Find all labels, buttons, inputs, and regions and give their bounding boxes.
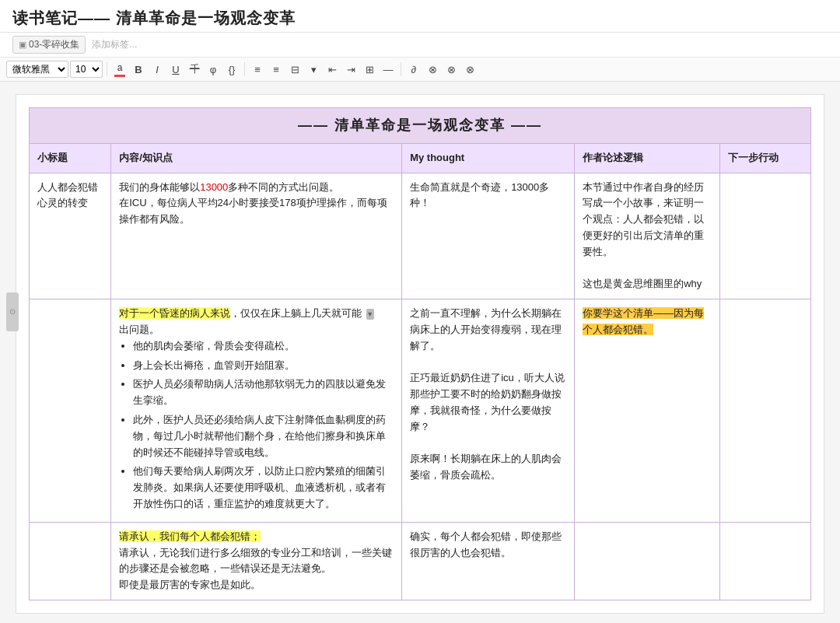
thought-text-2: 之前一直不理解，为什么长期躺在病床上的人开始变得瘦弱，现在理解了。正巧最近奶奶住… [410, 307, 565, 481]
size-select[interactable]: 10 [70, 61, 103, 78]
logic-text-1: 本节通过中作者自身的经历写成一个小故事，来证明一个观点：人人都会犯错，以便更好的… [583, 181, 704, 290]
table-title-cell: —— 清单革命是一场观念变革 —— [30, 108, 811, 144]
header-logic: 作者论述逻辑 [575, 143, 720, 173]
cell-content-3[interactable]: 请承认，我们每个人都会犯错； 请承认，无论我们进行多么细致的专业分工和培训，一些… [111, 522, 402, 600]
table-title-row: —— 清单革命是一场观念变革 —— [30, 108, 811, 144]
thought-text-1: 生命简直就是个奇迹，13000多种！ [410, 181, 549, 209]
toolbar: 微软雅黑 10 a B I U 千 φ {} ≡ ≡ ⊟ ▾ ⇤ ⇥ ⊞ — ∂… [0, 58, 840, 82]
image-button[interactable]: ⊗ [424, 61, 441, 78]
underline-button[interactable]: U [167, 61, 184, 78]
bullet-item: 他们每天要给病人刷两次牙，以防止口腔内繁殖的细菌引发肺炎。如果病人还要使用呼吸机… [133, 464, 394, 512]
toolbar-sep-2 [244, 62, 245, 76]
highlight-button[interactable]: φ [205, 61, 222, 78]
page-title: 读书笔记—— 清单革命是一场观念变革 [12, 8, 828, 29]
cell-action-2[interactable] [720, 299, 811, 523]
bold-button[interactable]: B [130, 61, 147, 78]
align-button[interactable]: ⊟ [286, 61, 303, 78]
font-select[interactable]: 微软雅黑 [6, 61, 68, 78]
cell-thought-2[interactable]: 之前一直不理解，为什么长期躺在病床上的人开始变得瘦弱，现在理解了。正巧最近奶奶住… [402, 299, 575, 523]
content-underline-3: 请承认，我们每个人都会犯错； [119, 530, 261, 542]
header-action: 下一步行动 [720, 143, 811, 173]
editor-panel: —— 清单革命是一场观念变革 —— 小标题 内容/知识点 My thought … [16, 94, 824, 614]
content-underline-2: 对于一个昏迷的病人来说 [119, 307, 230, 319]
bullet-item: 他的肌肉会萎缩，骨质会变得疏松。 [133, 338, 394, 355]
toolbar-sep-3 [401, 62, 401, 76]
list-ol-button[interactable]: ≡ [268, 61, 285, 78]
more-button[interactable]: ⊗ [443, 61, 460, 78]
title-bar: 读书笔记—— 清单革命是一场观念变革 [0, 0, 840, 33]
minus-button[interactable]: — [380, 61, 397, 78]
cell-logic-2: 你要学这个清单——因为每个人都会犯错。 [575, 299, 720, 523]
cell-action-1[interactable] [720, 173, 811, 299]
cell-content-2[interactable]: 对于一个昏迷的病人来说，仅仅在床上躺上几天就可能 ▼ 出问题。 他的肌肉会萎缩，… [111, 299, 402, 523]
scroll-arrow[interactable]: ▼ [366, 309, 374, 320]
cell-action-3[interactable] [720, 522, 811, 600]
header-thought: My thought [402, 143, 575, 173]
header-content: 内容/知识点 [111, 143, 402, 173]
toolbar-sep-1 [107, 62, 107, 76]
content-text-3: 请承认，无论我们进行多么细致的专业分工和培训，一些关键的步骤还是会被忽略，一些错… [119, 547, 392, 591]
header-subtitle: 小标题 [30, 143, 111, 173]
table-row: 请承认，我们每个人都会犯错； 请承认，无论我们进行多么细致的专业分工和培训，一些… [30, 522, 811, 600]
content-area: ⊙ —— 清单革命是一场观念变革 —— 小标题 内容/知识点 My though… [0, 82, 840, 623]
table-header-row: 小标题 内容/知识点 My thought 作者论述逻辑 下一步行动 [30, 143, 811, 173]
bullet-item: 此外，医护人员还必须给病人皮下注射降低血黏稠度的药物，每过几小时就帮他们翻个身，… [133, 412, 394, 460]
app-container: 读书笔记—— 清单革命是一场观念变革 ▣ 03-零碎收集 添加标签... 微软雅… [0, 0, 840, 623]
font-color-button[interactable]: a [111, 61, 128, 78]
cell-subtitle-1: 人人都会犯错心灵的转变 [30, 173, 111, 299]
logic-highlight-2: 你要学这个清单——因为每个人都会犯错。 [583, 307, 704, 335]
cell-subtitle-3 [30, 522, 111, 600]
content-text-1a: 我们的身体能够以 [119, 181, 200, 193]
sidebar-handle[interactable]: ⊙ [6, 292, 19, 331]
tag-icon: ▣ [19, 40, 26, 50]
strikethrough-button[interactable]: 千 [186, 61, 203, 78]
tag-label: 03-零碎收集 [29, 38, 79, 51]
italic-button[interactable]: I [149, 61, 166, 78]
cell-logic-3 [575, 522, 720, 600]
bullet-item: 身上会长出褥疮，血管则开始阻塞。 [133, 358, 394, 374]
content-bullets-2: 他的肌肉会萎缩，骨质会变得疏松。 身上会长出褥疮，血管则开始阻塞。 医护人员必须… [119, 338, 394, 513]
cell-thought-3[interactable]: 确实，每个人都会犯错，即使那些很厉害的人也会犯错。 [402, 522, 575, 600]
add-tag-button[interactable]: 添加标签... [92, 38, 137, 51]
indent-right-button[interactable]: ⇥ [342, 61, 359, 78]
tag-bar: ▣ 03-零碎收集 添加标签... [0, 33, 840, 58]
note-table: —— 清单革命是一场观念变革 —— 小标题 内容/知识点 My thought … [29, 107, 811, 600]
thought-text-3: 确实，每个人都会犯错，即使那些很厉害的人也会犯错。 [410, 530, 562, 558]
cell-logic-1: 本节通过中作者自身的经历写成一个小故事，来证明一个观点：人人都会犯错，以便更好的… [575, 173, 720, 299]
cell-content-1[interactable]: 我们的身体能够以13000多种不同的方式出问题。在ICU，每位病人平均24小时要… [111, 173, 402, 299]
color-indicator [114, 75, 125, 77]
tag-item[interactable]: ▣ 03-零碎收集 [12, 36, 86, 54]
link-button[interactable]: ∂ [405, 61, 422, 78]
extra-button[interactable]: ⊗ [461, 61, 478, 78]
list-ul-button[interactable]: ≡ [249, 61, 266, 78]
bullet-item: 医护人员必须帮助病人活动他那软弱无力的四肢以避免发生挛缩。 [133, 376, 394, 409]
content-text-2b: 出问题。 [119, 324, 159, 335]
table-row: 对于一个昏迷的病人来说，仅仅在床上躺上几天就可能 ▼ 出问题。 他的肌肉会萎缩，… [30, 299, 811, 523]
table-row: 人人都会犯错心灵的转变 我们的身体能够以13000多种不同的方式出问题。在ICU… [30, 173, 811, 299]
cell-thought-1[interactable]: 生命简直就是个奇迹，13000多种！ [402, 173, 575, 299]
table-button[interactable]: ⊞ [361, 61, 378, 78]
content-text-2a: ，仅仅在床上躺上几天就可能 [230, 307, 362, 319]
content-highlight-1: 13000 [200, 181, 228, 193]
cell-subtitle-2 [30, 299, 111, 523]
code-button[interactable]: {} [223, 61, 240, 78]
align-dropdown-button[interactable]: ▾ [305, 61, 322, 78]
indent-left-button[interactable]: ⇤ [324, 61, 341, 78]
